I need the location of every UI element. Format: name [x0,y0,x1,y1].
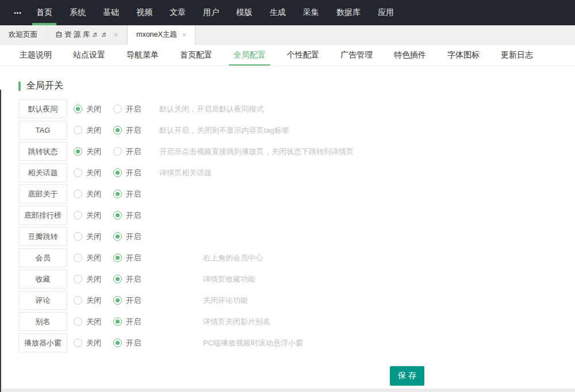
radio-off[interactable]: 关闭 [74,317,113,327]
window-tab[interactable]: 欢迎页面 [0,25,47,44]
switch-label-box: 底部排行榜 [18,206,67,225]
switch-row: 底部关于 关闭 开启 [18,185,575,203]
switch-label-box: 默认夜间 [18,99,67,118]
window-tab-label: mxoneX主题 [136,30,177,40]
switch-row: 默认夜间 关闭 开启 默认关闭，开启后默认夜间模式 [18,99,575,118]
radio-dot-icon [76,256,80,260]
radio-circle-icon [74,105,82,113]
radio-on[interactable]: 开启 [113,147,153,157]
radio-on[interactable]: 开启 [113,232,153,242]
radio-off-label: 关闭 [86,338,101,348]
radio-off[interactable]: 关闭 [74,168,113,178]
radio-circle-icon [74,211,82,220]
radio-on[interactable]: 开启 [113,125,153,136]
radio-off[interactable]: 关闭 [74,104,113,114]
radio-on-label: 开启 [126,210,141,221]
top-nav-item[interactable]: 应用 [372,0,400,25]
radio-circle-icon [74,168,82,177]
switch-row: 评论 关闭 开启 关闭评论功能 [18,291,575,310]
window-tab[interactable]: 自 资 源 库 ♬ ♬× [47,25,127,44]
close-icon[interactable]: × [113,31,118,39]
radio-dot-icon [116,128,120,132]
radio-on[interactable]: 开启 [113,338,153,348]
radio-dot-icon [76,192,80,196]
section-title: 全局开关 [26,80,63,92]
radio-off-label: 关闭 [86,104,101,114]
theme-tab[interactable]: 首页配置 [174,45,218,66]
radio-off-label: 关闭 [86,253,101,263]
top-nav-item[interactable]: 数据库 [331,0,366,25]
top-nav-item[interactable]: 基础 [97,0,125,25]
radio-on[interactable]: 开启 [113,253,153,263]
radio-on[interactable]: 开启 [113,317,153,327]
top-nav-item[interactable]: 生成 [264,0,292,25]
theme-tab[interactable]: 站点设置 [67,45,111,66]
radio-on[interactable]: 开启 [113,295,153,306]
switch-label-box: 会员 [18,248,67,267]
switch-label-box: 收藏 [18,270,67,289]
top-nav-item[interactable]: 系统 [64,0,91,25]
theme-tab[interactable]: 更新日志 [495,45,539,66]
radio-off[interactable]: 关闭 [74,295,113,306]
switch-description: PC端播放视频时滚动悬浮小窗 [203,338,303,348]
switch-description: 默认关闭，开启后默认夜间模式 [159,104,264,114]
save-button[interactable]: 保 存 [390,366,424,386]
switch-row: 跳转状态 关闭 开启 开启后点击视频直接跳到播放页，关闭状态下跳转到详情页 [18,142,575,161]
radio-on-label: 开启 [126,232,141,242]
radio-circle-icon [113,126,122,134]
theme-tab[interactable]: 特色插件 [388,45,432,66]
radio-off-label: 关闭 [86,189,101,199]
content-area: 主题说明站点设置导航菜单首页配置全局配置个性配置广告管理特色插件字体图标更新日志… [0,45,575,386]
radio-off[interactable]: 关闭 [74,338,113,348]
radio-on[interactable]: 开启 [113,189,153,199]
horizontal-scrollbar[interactable] [0,389,575,392]
theme-tab[interactable]: 主题说明 [14,45,57,66]
switch-description: 关闭评论功能 [203,295,248,306]
top-nav-item[interactable]: 模版 [231,0,258,25]
radio-on[interactable]: 开启 [113,210,153,221]
top-nav-item[interactable]: 视频 [131,0,158,25]
top-nav-item[interactable]: 首页 [30,0,58,25]
theme-tab[interactable]: 个性配置 [281,45,325,66]
radio-off[interactable]: 关闭 [74,147,113,157]
radio-off[interactable]: 关闭 [74,189,113,199]
top-nav-items: 首页系统基础视频文章用户模版生成采集数据库应用 [28,0,402,25]
theme-tab[interactable]: 字体图标 [442,45,485,66]
switch-description: 右上角的会员中心 [203,253,263,263]
left-edge-scrollbar[interactable] [0,90,1,392]
close-icon[interactable]: × [182,31,187,39]
window-tab[interactable]: mxoneX主题× [127,25,195,45]
radio-off[interactable]: 关闭 [74,274,113,285]
radio-on[interactable]: 开启 [113,274,153,285]
switch-rows: 默认夜间 关闭 开启 默认关闭，开启后默认夜间模式 TAG 关闭 开 [18,99,575,352]
radio-on[interactable]: 开启 [113,168,153,178]
top-nav-item-label: 采集 [303,7,319,18]
window-tabs: 欢迎页面自 资 源 库 ♬ ♬×mxoneX主题× [0,25,195,44]
top-navbar: ••• 首页系统基础视频文章用户模版生成采集数据库应用 [0,0,575,25]
top-nav-item[interactable]: 文章 [164,0,191,25]
radio-off[interactable]: 关闭 [74,210,113,221]
theme-tab[interactable]: 全局配置 [228,45,271,66]
switch-label-box: 相关话题 [18,163,67,182]
radio-dot-icon [116,298,120,302]
radio-off[interactable]: 关闭 [74,125,113,136]
radio-off[interactable]: 关闭 [74,232,113,242]
radio-circle-icon [74,317,82,326]
radio-off[interactable]: 关闭 [74,253,113,263]
switch-row: 相关话题 关闭 开启 详情页相关话题 [18,163,575,182]
radio-on-label: 开启 [126,147,141,157]
top-nav-item[interactable]: 用户 [197,0,225,25]
theme-tab[interactable]: 广告管理 [335,45,378,66]
radio-circle-icon [74,232,82,241]
radio-circle-icon [113,253,122,262]
radio-on[interactable]: 开启 [113,104,153,114]
radio-dot-icon [116,235,120,239]
window-tab-label: 欢迎页面 [9,30,37,40]
radio-circle-icon [113,211,122,220]
switch-row: 底部排行榜 关闭 开启 [18,206,575,225]
radio-dot-icon [116,107,120,111]
top-nav-item[interactable]: 采集 [297,0,325,25]
more-menu-icon[interactable]: ••• [8,0,28,25]
theme-tab[interactable]: 导航菜单 [121,45,164,66]
switch-row: 豆瓣跳转 关闭 开启 [18,227,575,246]
